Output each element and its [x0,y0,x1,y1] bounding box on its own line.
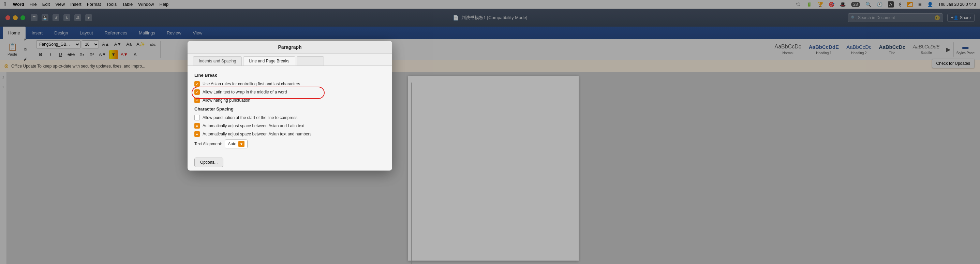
tab-indents-spacing[interactable]: Indents and Spacing [193,56,242,65]
latin-wrap-label: Allow Latin text to wrap in the middle o… [202,90,287,94]
asian-numbers-row: ■ Automatically adjust space between Asi… [194,131,385,137]
tab-extra[interactable] [297,56,324,65]
paragraph-dialog: Paragraph Indents and Spacing Line and P… [188,41,392,170]
dialog-body: Line Break ✓ Use Asian rules for control… [188,66,392,154]
line-break-section-header: Line Break [194,73,385,78]
text-alignment-label: Text Alignment: [194,142,222,146]
alignment-value: Auto [228,142,236,146]
asian-latin-row: ■ Automatically adjust space between Asi… [194,123,385,129]
punct-compress-label: Allow punctuation at the start of the li… [202,115,298,120]
hanging-punct-checkbox[interactable]: ✓ [194,97,200,103]
dropdown-arrow-icon: ▼ [239,141,245,147]
dialog-footer: Options... [188,154,392,170]
dialog-title: Paragraph [188,41,392,54]
options-button[interactable]: Options... [194,157,223,167]
dialog-overlay: Paragraph Indents and Spacing Line and P… [0,0,980,264]
asian-latin-checkbox[interactable]: ■ [194,123,200,129]
asian-rules-label: Use Asian rules for controlling first an… [202,81,300,86]
asian-rules-checkbox[interactable]: ✓ [194,81,200,87]
latin-wrap-row: ✓ Allow Latin text to wrap in the middle… [194,89,385,95]
asian-numbers-checkbox[interactable]: ■ [194,131,200,137]
hanging-punct-row: ✓ Allow hanging punctuation [194,97,385,103]
punct-compress-checkbox[interactable] [194,115,200,121]
asian-latin-label: Automatically adjust space between Asian… [202,124,304,128]
text-alignment-dropdown[interactable]: Auto ▼ [225,140,248,148]
latin-wrap-checkbox[interactable]: ✓ [194,89,200,95]
asian-numbers-label: Automatically adjust space between Asian… [202,132,312,137]
dialog-tabs: Indents and Spacing Line and Page Breaks [188,54,392,66]
char-spacing-section-header: Character Spacing [194,107,385,111]
hanging-punct-label: Allow hanging punctuation [202,98,250,103]
tab-line-page-breaks[interactable]: Line and Page Breaks [243,56,295,65]
punct-compress-row: Allow punctuation at the start of the li… [194,115,385,121]
text-alignment-row: Text Alignment: Auto ▼ [194,140,385,148]
asian-rules-row: ✓ Use Asian rules for controlling first … [194,81,385,87]
